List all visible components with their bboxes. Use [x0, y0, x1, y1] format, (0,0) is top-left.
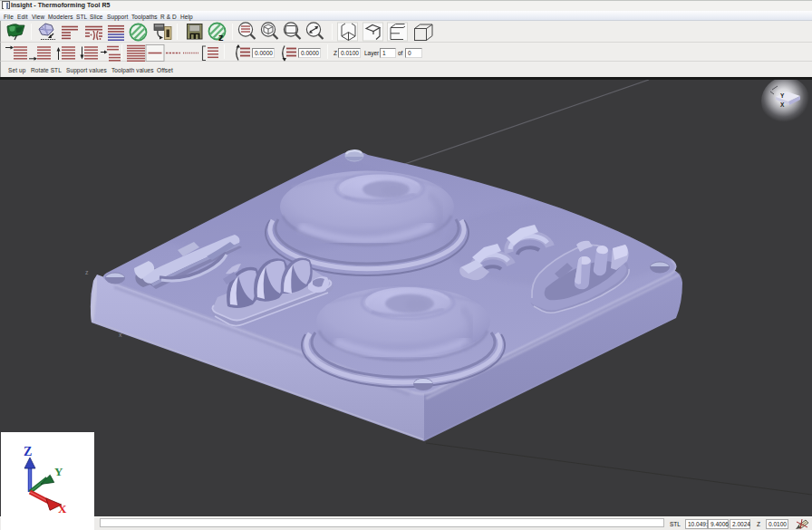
svg-text:z: z — [85, 269, 89, 275]
svg-text:Y: Y — [780, 92, 785, 99]
svg-text:z: z — [218, 32, 224, 43]
svg-text:X: X — [58, 502, 67, 516]
svg-text:X: X — [780, 101, 785, 108]
svg-text:Z: Z — [24, 445, 32, 458]
svg-text:Y: Y — [54, 465, 63, 478]
